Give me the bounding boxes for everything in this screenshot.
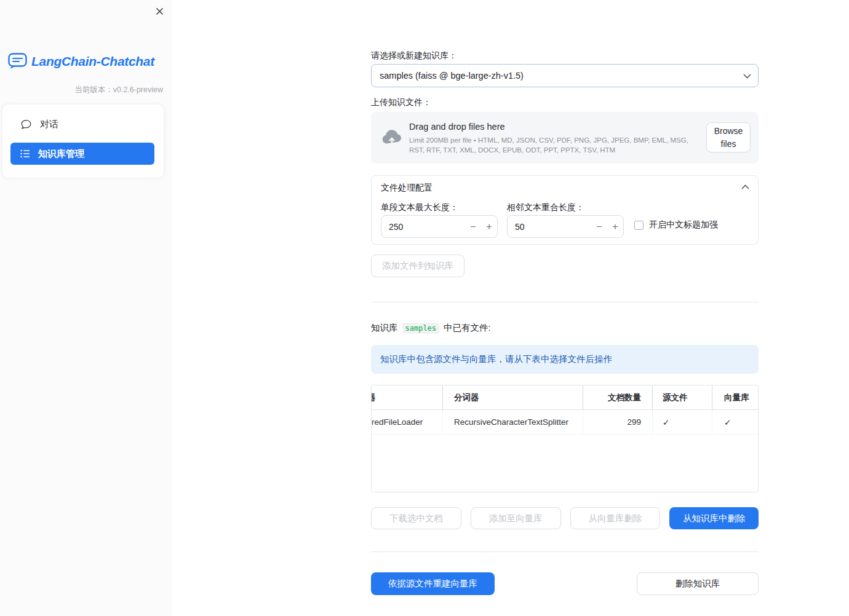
kb-selectbox-value: samples (faiss @ bge-large-zh-v1.5) [380, 71, 524, 81]
app-logo: LangChain-Chatchat [8, 53, 154, 69]
sidebar-item-label: 对话 [40, 119, 58, 130]
kb-files-prefix: 知识库 [371, 322, 398, 334]
table-row[interactable]: redFileLoader RecursiveCharacterTextSpli… [372, 410, 758, 435]
divider [371, 302, 759, 302]
table-actions: 下载选中文档 添加至向量库 从向量库删除 从知识库中删除 [371, 507, 759, 529]
overlap-size-value[interactable]: 50 [508, 222, 591, 232]
app-logo-icon [8, 53, 27, 69]
column-header-splitter[interactable]: 分词器 [443, 385, 583, 409]
chunk-size-input[interactable]: 250 − + [381, 215, 498, 238]
close-sidebar-button[interactable] [153, 5, 165, 17]
overlap-size-label: 相邻文本重合长度： [507, 202, 584, 213]
kb-files-table[interactable]: 器 分词器 文档数量 源文件 向量库 redFileLoader Recursi… [371, 385, 759, 492]
dropzone-limits: Limit 200MB per file • HTML, MD, JSON, C… [409, 135, 704, 156]
kb-name-code: samples [402, 323, 440, 334]
expander-title[interactable]: 文件处理配置 [381, 183, 432, 194]
sidebar-item-knowledge-base[interactable]: 知识库管理 [10, 143, 154, 165]
column-header-source-file[interactable]: 源文件 [653, 385, 712, 409]
sidebar: LangChain-Chatchat 当前版本：v0.2.6-preview 对… [0, 0, 172, 616]
kb-files-suffix: 中已有文件: [444, 322, 491, 334]
list-icon [20, 149, 30, 158]
zh-title-enhance-checkbox[interactable]: 开启中文标题加强 [634, 219, 718, 231]
dropzone-title: Drag and drop files here [409, 122, 505, 132]
column-header-doc-count[interactable]: 文档数量 [583, 385, 653, 409]
chunk-size-value[interactable]: 250 [381, 222, 465, 232]
cell-doc-count: 299 [583, 410, 653, 434]
chevron-down-icon [743, 74, 751, 79]
overlap-size-decrement-button[interactable]: − [591, 216, 607, 237]
column-header-vector-store[interactable]: 向量库 [712, 385, 758, 409]
chunk-size-decrement-button[interactable]: − [465, 216, 481, 237]
chevron-up-icon[interactable] [741, 184, 749, 189]
overlap-size-input[interactable]: 50 − + [507, 215, 624, 238]
download-selected-button[interactable]: 下载选中文档 [371, 507, 461, 529]
browse-files-button[interactable]: Browse files [706, 122, 751, 152]
add-files-to-kb-button[interactable]: 添加文件到知识库 [371, 255, 464, 277]
file-config-expander: 文件处理配置 单段文本最大长度： 250 − + 相邻文本重合长度： 50 − … [371, 175, 759, 245]
cloud-upload-icon [381, 127, 403, 147]
cell-vector-store-check: ✓ [712, 410, 758, 434]
sidebar-item-label: 知识库管理 [38, 148, 84, 160]
app-logo-text: LangChain-Chatchat [31, 54, 154, 69]
cell-splitter: RecursiveCharacterTextSplitter [443, 410, 583, 434]
chat-bubble-icon [21, 119, 31, 130]
divider [371, 551, 759, 552]
kb-select-label: 请选择或新建知识库： [371, 50, 457, 61]
file-uploader-dropzone[interactable]: Drag and drop files here Limit 200MB per… [371, 112, 759, 164]
delete-from-kb-button[interactable]: 从知识库中删除 [669, 507, 759, 529]
checkbox-label: 开启中文标题加强 [649, 219, 718, 231]
sidebar-menu: 对话 知识库管理 [2, 105, 164, 178]
overlap-size-increment-button[interactable]: + [607, 216, 623, 237]
cell-source-file-check: ✓ [653, 410, 712, 434]
kb-files-heading: 知识库 samples 中已有文件: [371, 322, 491, 334]
cell-loader: redFileLoader [372, 410, 443, 434]
chunk-size-label: 单段文本最大长度： [381, 202, 458, 213]
delete-kb-button[interactable]: 删除知识库 [637, 572, 759, 595]
version-label: 当前版本：v0.2.6-preview [74, 85, 163, 95]
kb-selectbox[interactable]: samples (faiss @ bge-large-zh-v1.5) [371, 64, 759, 87]
table-header-row: 器 分词器 文档数量 源文件 向量库 [372, 385, 758, 410]
chunk-size-increment-button[interactable]: + [481, 216, 497, 237]
main-content: 请选择或新建知识库： samples (faiss @ bge-large-zh… [371, 0, 759, 616]
column-header-loader[interactable]: 器 [372, 385, 443, 409]
add-to-vector-store-button[interactable]: 添加至向量库 [471, 507, 561, 529]
upload-label: 上传知识文件： [371, 97, 431, 108]
sidebar-item-dialogue[interactable]: 对话 [10, 112, 156, 136]
close-icon [155, 7, 164, 16]
delete-from-vector-store-button[interactable]: 从向量库删除 [570, 507, 661, 529]
rebuild-vector-store-button[interactable]: 依据源文件重建向量库 [371, 572, 495, 595]
info-banner: 知识库中包含源文件与向量库，请从下表中选择文件后操作 [371, 345, 759, 374]
checkbox-box[interactable] [634, 221, 644, 230]
